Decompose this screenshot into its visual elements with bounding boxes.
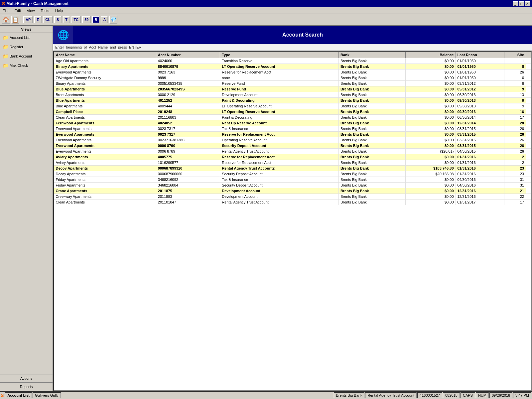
table-cell: 28 [504,120,526,126]
table-row[interactable]: Fernwood Apartments4024052Rent Up Reserv… [54,120,531,126]
table-cell: 2019248 [156,109,220,115]
table-row[interactable]: Decoy Apartments000687899320Rental Agenc… [54,166,531,171]
menu-view[interactable]: View [26,8,36,13]
table-header-row: Acct Name Acct Number Type Bank Balance … [54,52,531,58]
sidebar: Views 📁 Account List 📁 Register 📁 Bank A… [0,26,53,391]
menu-file[interactable]: File [1,8,10,13]
actions-button[interactable]: Actions [0,374,53,383]
table-row[interactable]: Blue Apartments4011252Paint & Decorating… [54,98,531,103]
table-row[interactable]: Clean Apartments201101847Rental Agency T… [54,200,531,205]
table-row[interactable]: Friday Apartments3468216084Security Depo… [54,183,531,188]
toolbar-gl-button[interactable]: GL [43,16,53,23]
toolbar-list-icon[interactable]: 📋 [11,16,19,24]
table-row[interactable]: Everwood Apartments002371638138COperatin… [54,137,531,143]
table-cell: 26 [504,126,526,132]
table-cell: Everwood Apartments [54,126,156,132]
table-cell: 203566702349S [156,86,220,92]
table-cell: 01/31/2017 [456,200,504,205]
search-input[interactable] [55,45,530,49]
table-row[interactable]: Blue Apartments4009444LT Operating Reser… [54,103,531,109]
toolbar-t-button[interactable]: T [63,16,70,23]
window-controls[interactable]: _ □ ✕ [513,1,530,6]
table-row[interactable]: Blue Apartments203566702349SReserve Fund… [54,86,531,92]
table-cell: 26 [504,143,526,149]
menu-tools[interactable]: Tools [39,8,51,13]
reports-button[interactable]: Reports [0,383,53,391]
table-cell: 9999 [156,75,220,81]
close-button[interactable]: ✕ [525,1,530,6]
menu-help[interactable]: Help [54,8,64,13]
table-cell: 3468216084 [156,183,220,188]
main-layout: Views 📁 Account List 📁 Register 📁 Bank A… [0,26,532,391]
table-row[interactable]: Creekway Apartments2011883Development Ac… [54,194,531,200]
table-cell: Rental Agency Trust Account [220,149,339,154]
table-row[interactable]: Everwood Apartments0023 7317Tax & Insura… [54,126,531,132]
status-tab-account-list[interactable]: Account List [5,392,32,398]
table-row[interactable]: Everwood Apartments0023 7163Reserve for … [54,69,531,75]
table-cell: Brents Big Bank [338,194,405,200]
table-row[interactable]: Binary Apartments000510533435Reserve Fun… [54,81,531,86]
status-date: 09/26/2018 [489,392,512,398]
table-row[interactable]: Brent Apartments0000 2129Development Acc… [54,92,531,98]
table-row[interactable]: Friday Apartments3468216092Tax & Insuran… [54,177,531,183]
table-cell: 201116803 [156,115,220,120]
sidebar-item-bank-account[interactable]: 📁 Bank Account [0,52,53,61]
table-cell: Brents Big Bank [338,58,405,64]
toolbar-ap-button[interactable]: AP [23,16,33,23]
table-cell: Age Old Apartments [54,58,156,64]
account-table-container[interactable]: Acct Name Acct Number Type Bank Balance … [53,51,532,391]
col-header-acct-number: Acct Number [156,52,220,58]
table-row[interactable]: ZWestgate Dummy Security9999noneBrents B… [54,75,531,81]
table-cell: Binary Apartments [54,81,156,86]
table-row[interactable]: Everwood Apartments0006 8789Rental Agenc… [54,149,531,154]
table-cell: 23 [504,166,526,171]
table-cell: $0.00 [406,81,456,86]
table-cell: LT Operating Reserve Account [220,103,339,109]
toolbar-e-button[interactable]: E [34,16,42,23]
table-cell: 4011252 [156,98,220,103]
table-row[interactable]: Aviary Apartments1016290577Reserve for R… [54,160,531,166]
table-cell: Decoy Apartments [54,171,156,177]
table-cell: $0.00 [406,154,456,160]
toolbar-s-button[interactable]: S [54,16,62,23]
sidebar-item-register[interactable]: 📁 Register [0,42,53,52]
table-row[interactable]: Binary Apartments8840010879LT Operating … [54,64,531,69]
table-cell: Security Deposit Account [220,183,339,188]
table-cell: Clean Apartments [54,200,156,205]
sidebar-header: Views [0,26,53,33]
table-cell: LT Operating Reserve Account [220,64,339,69]
toolbar-tc-button[interactable]: TC [71,16,81,23]
table-row[interactable]: Clean Apartments201116803Paint & Decorat… [54,115,531,120]
toolbar-a-button[interactable]: A [101,16,108,23]
table-cell: 21 [504,188,526,194]
sidebar-item-account-list[interactable]: 📁 Account List [0,33,53,42]
toolbar-home-icon[interactable]: 🏠 [2,16,10,24]
table-cell: 000687899320 [156,166,220,171]
toolbar-b-button[interactable]: B [92,16,99,23]
menu-edit[interactable]: Edit [13,8,22,13]
maximize-button[interactable]: □ [519,1,524,6]
table-row[interactable]: Campbell Place2019248LT Operating Reserv… [54,109,531,115]
table-row[interactable]: Aviary Apartments4005775Reserve for Repl… [54,154,531,160]
status-caps: CAPS [461,392,475,398]
search-input-bar[interactable] [53,44,532,51]
table-row[interactable]: Decoy Apartments000687900060Security Dep… [54,171,531,177]
table-cell: 8840010879 [156,64,220,69]
table-row[interactable]: Age Old Apartments4024060Transition Rese… [54,58,531,64]
table-cell: Brents Big Bank [338,86,405,92]
table-row[interactable]: Everwood Apartments0023 7317Reserve for … [54,132,531,137]
table-row[interactable]: Crane Apartments2011875Development Accou… [54,188,531,194]
folder-icon-4: 📁 [3,63,8,68]
table-cell: 03/31/2015 [456,126,504,132]
minimize-button[interactable]: _ [513,1,518,6]
toolbar-59-button[interactable]: 59 [82,16,91,23]
table-row[interactable]: Everwood Apartments0006 8790Security Dep… [54,143,531,149]
table-cell: 3468216092 [156,177,220,183]
table-cell: Reserve for Replacement Acct [220,69,339,75]
sidebar-item-max-check[interactable]: 📁 Max Check [0,61,53,70]
table-cell: 01/01/1950 [456,64,504,69]
table-cell: $0.00 [406,160,456,166]
table-cell: Brents Big Bank [338,126,405,132]
toolbar-gem-icon[interactable]: 💎 [109,16,117,24]
table-cell: Crane Apartments [54,188,156,194]
